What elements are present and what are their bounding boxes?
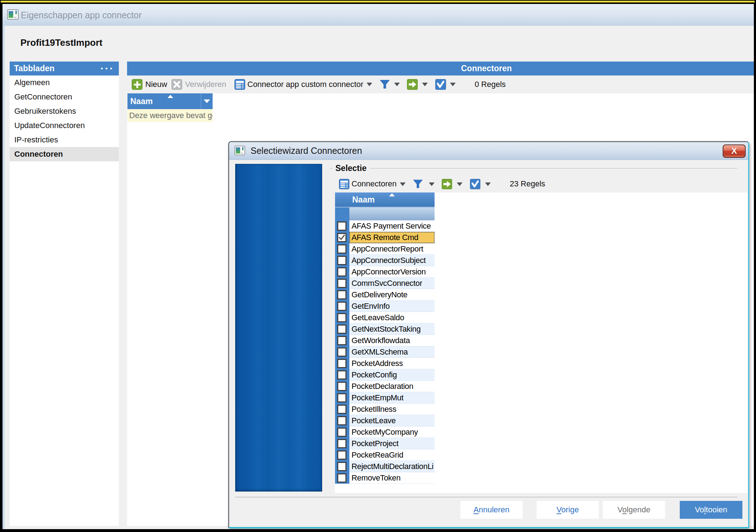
- blue-check-icon[interactable]: [435, 79, 446, 90]
- checkbox-unchecked[interactable]: [337, 382, 346, 391]
- row-name[interactable]: PocketAddress: [349, 358, 435, 369]
- chevron-down-icon[interactable]: [485, 182, 491, 186]
- table-row[interactable]: PocketEmpMut: [335, 392, 435, 404]
- row-name[interactable]: AppConnectorReport: [349, 243, 435, 255]
- checkbox-unchecked[interactable]: [337, 370, 346, 380]
- row-name[interactable]: PocketMyCompany: [349, 426, 435, 438]
- column-filter-dropdown-icon[interactable]: [204, 99, 210, 103]
- row-name[interactable]: CommSvcConnector: [349, 278, 435, 289]
- table-row[interactable]: PocketMyCompany: [335, 426, 435, 438]
- table-view-icon[interactable]: [339, 179, 349, 189]
- table-row[interactable]: PocketIllness: [335, 404, 435, 415]
- checkbox-unchecked[interactable]: [337, 221, 346, 231]
- row-name[interactable]: GetWorkflowdata: [349, 335, 435, 346]
- row-name[interactable]: GetXMLSchema: [349, 346, 435, 358]
- checkbox-unchecked[interactable]: [337, 290, 346, 299]
- table-row[interactable]: RejectMultiDeclarationLi: [335, 461, 435, 472]
- checkbox-unchecked[interactable]: [337, 450, 346, 460]
- green-arrow-icon[interactable]: [442, 179, 452, 189]
- close-button[interactable]: X: [723, 145, 746, 158]
- checkbox-unchecked[interactable]: [337, 279, 346, 288]
- table-row[interactable]: GetEnvInfo: [335, 301, 435, 312]
- ellipsis-icon[interactable]: [101, 68, 114, 70]
- sidebar-item-gebruikerstokens[interactable]: Gebruikerstokens: [10, 104, 119, 118]
- checkbox-unchecked[interactable]: [337, 405, 346, 414]
- checkbox-unchecked[interactable]: [337, 256, 346, 265]
- table-view-icon[interactable]: [234, 79, 245, 90]
- checkbox-unchecked[interactable]: [337, 347, 346, 357]
- row-name[interactable]: AppConnectorVersion: [349, 266, 435, 278]
- chevron-down-icon[interactable]: [400, 182, 406, 186]
- row-name[interactable]: AppConnectorSubject: [349, 255, 435, 266]
- checkbox-unchecked[interactable]: [337, 324, 346, 334]
- row-name[interactable]: PocketLeave: [349, 415, 435, 426]
- plus-icon[interactable]: [132, 79, 142, 90]
- table-row[interactable]: PocketLeave: [335, 415, 435, 426]
- chevron-down-icon[interactable]: [422, 83, 428, 86]
- table-row[interactable]: AFAS Remote Cmd: [335, 232, 435, 243]
- table-row[interactable]: GetXMLSchema: [335, 346, 435, 358]
- checkbox-unchecked[interactable]: [337, 359, 346, 368]
- table-row[interactable]: AppConnectorVersion: [335, 266, 435, 278]
- row-name[interactable]: PocketConfig: [349, 369, 435, 381]
- chevron-down-icon[interactable]: [457, 182, 462, 186]
- chevron-down-icon[interactable]: [429, 182, 435, 186]
- funnel-icon[interactable]: [413, 179, 423, 189]
- new-button[interactable]: Nieuw: [145, 75, 167, 93]
- row-name[interactable]: AFAS Remote Cmd: [349, 232, 435, 243]
- table-row[interactable]: AppConnectorSubject: [335, 255, 435, 266]
- sidebar-item-connectoren[interactable]: Connectoren: [10, 147, 119, 161]
- table-row[interactable]: PocketAddress: [335, 358, 435, 369]
- voltooien-button[interactable]: Voltooien: [680, 501, 742, 519]
- table-row[interactable]: AppConnectorReport: [335, 243, 435, 255]
- checkbox-unchecked[interactable]: [337, 473, 346, 483]
- row-name[interactable]: PocketReaGrid: [349, 449, 435, 461]
- table-row[interactable]: GetDeliveryNote: [335, 289, 435, 301]
- vorige-button[interactable]: Vorige: [537, 501, 599, 519]
- filter-row[interactable]: [335, 208, 435, 220]
- table-row[interactable]: GetWorkflowdata: [335, 335, 435, 346]
- checkbox-unchecked[interactable]: [337, 302, 346, 311]
- window-titlebar[interactable]: Eigenschappen app connector: [3, 4, 754, 26]
- checkbox-unchecked[interactable]: [337, 336, 346, 345]
- table-row[interactable]: PocketProject: [335, 438, 435, 449]
- checkbox-unchecked[interactable]: [337, 244, 346, 254]
- chevron-down-icon[interactable]: [367, 83, 372, 86]
- row-name[interactable]: PocketEmpMut: [349, 392, 435, 404]
- table-row[interactable]: GetLeaveSaldo: [335, 312, 435, 323]
- table-row[interactable]: RemoveToken: [335, 472, 435, 484]
- table-row[interactable]: PocketDeclaration: [335, 381, 435, 392]
- checkbox-unchecked[interactable]: [337, 462, 346, 471]
- table-row[interactable]: GetNextStockTaking: [335, 323, 435, 335]
- blue-check-icon[interactable]: [470, 179, 480, 189]
- checkbox-unchecked[interactable]: [337, 267, 346, 277]
- dialog-grid-column-header[interactable]: Naam: [335, 192, 435, 208]
- row-name[interactable]: GetDeliveryNote: [349, 289, 435, 301]
- sidebar-item-updateconnectoren[interactable]: UpdateConnectoren: [10, 118, 119, 133]
- chevron-down-icon[interactable]: [394, 83, 400, 86]
- filter-input-cell[interactable]: [349, 208, 435, 220]
- row-name[interactable]: GetNextStockTaking: [349, 323, 435, 335]
- annuleren-button[interactable]: Annuleren: [460, 501, 523, 519]
- view-selector[interactable]: Connectoren: [352, 177, 397, 191]
- row-name[interactable]: GetEnvInfo: [349, 301, 435, 312]
- row-name[interactable]: PocketDeclaration: [349, 381, 435, 392]
- checkbox-unchecked[interactable]: [337, 428, 346, 437]
- row-name[interactable]: PocketProject: [349, 438, 435, 449]
- row-name[interactable]: RemoveToken: [349, 472, 435, 484]
- sidebar-item-ip-restricties[interactable]: IP-restricties: [10, 133, 119, 147]
- table-row[interactable]: AFAS Payment Service: [335, 220, 435, 232]
- dialog-titlebar[interactable]: Selectiewizard Connectoren X: [229, 142, 748, 160]
- checkbox-unchecked[interactable]: [337, 313, 346, 322]
- table-row[interactable]: PocketReaGrid: [335, 449, 435, 461]
- green-arrow-icon[interactable]: [407, 79, 418, 90]
- checkbox-unchecked[interactable]: [337, 393, 346, 402]
- row-name[interactable]: PocketIllness: [349, 404, 435, 415]
- sidebar-item-getconnectoren[interactable]: GetConnectoren: [10, 90, 119, 104]
- table-row[interactable]: CommSvcConnector: [335, 278, 435, 289]
- checkbox-unchecked[interactable]: [337, 439, 346, 448]
- row-name[interactable]: AFAS Payment Service: [349, 220, 435, 232]
- funnel-icon[interactable]: [379, 79, 390, 90]
- checkbox-unchecked[interactable]: [337, 416, 346, 425]
- main-grid-column-header[interactable]: Naam: [127, 93, 213, 109]
